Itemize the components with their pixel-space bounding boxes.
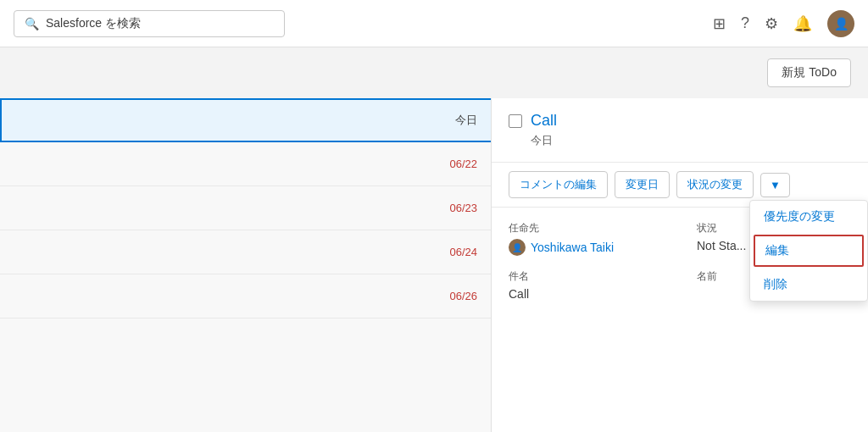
task-date: 今日	[531, 133, 851, 148]
subject-label: 件名	[509, 269, 663, 284]
date-label-0622: 06/22	[0, 142, 491, 186]
dropdown-item-priority[interactable]: 優先度の変更	[750, 201, 867, 233]
date-label-0626: 06/26	[0, 274, 491, 318]
search-icon: 🔍	[25, 17, 39, 30]
assignee-value: 👤 Yoshikawa Taiki	[509, 239, 663, 256]
calendar-row-0626[interactable]: 06/26	[0, 274, 491, 318]
task-header: Call	[509, 112, 851, 130]
help-icon[interactable]: ?	[741, 14, 749, 32]
top-bar: 新規 ToDo	[0, 47, 868, 98]
search-input[interactable]: Salesforce を検索	[46, 16, 141, 31]
dropdown-trigger-button[interactable]: ▼	[760, 173, 790, 197]
new-todo-button[interactable]: 新規 ToDo	[767, 58, 851, 87]
header: 🔍 Salesforce を検索 ⊞ ? ⚙ 🔔 👤	[0, 0, 868, 47]
date-label-0623: 06/23	[0, 186, 491, 230]
calendar-row-today[interactable]: 今日	[0, 98, 491, 142]
search-bar[interactable]: 🔍 Salesforce を検索	[14, 10, 285, 37]
dropdown-item-edit[interactable]: 編集	[754, 235, 864, 267]
calendar-panel: 今日 06/22 06/23 06/24 06/26	[0, 98, 492, 432]
header-right: ⊞ ? ⚙ 🔔 👤	[713, 10, 854, 37]
user-avatar: 👤	[509, 239, 526, 256]
task-checkbox[interactable]	[509, 114, 522, 128]
date-label-0624: 06/24	[0, 230, 491, 274]
calendar-row-0623[interactable]: 06/23	[0, 186, 491, 230]
subject-value: Call	[509, 287, 663, 301]
task-title[interactable]: Call	[531, 112, 557, 130]
settings-icon[interactable]: ⚙	[765, 14, 778, 33]
subject-col: 件名 Call	[509, 269, 663, 301]
change-status-button[interactable]: 状況の変更	[676, 171, 754, 198]
dropdown-menu: 優先度の変更 編集 削除	[749, 200, 868, 302]
change-date-button[interactable]: 変更日	[615, 171, 670, 198]
assignee-label: 任命先	[509, 221, 663, 235]
assignee-col: 任命先 👤 Yoshikawa Taiki	[509, 221, 663, 256]
comment-edit-button[interactable]: コメントの編集	[509, 171, 608, 198]
calendar-row-0624[interactable]: 06/24	[0, 230, 491, 274]
avatar[interactable]: 👤	[827, 10, 854, 37]
action-row: コメントの編集 変更日 状況の変更 ▼ 優先度の変更 編集 削除	[492, 163, 868, 208]
grid-icon[interactable]: ⊞	[713, 14, 726, 33]
calendar-row-0622[interactable]: 06/22	[0, 142, 491, 186]
task-panel: Call 今日 コメントの編集 変更日 状況の変更 ▼ 優先度の変更 編集 削除…	[492, 98, 868, 432]
assignee-name[interactable]: Yoshikawa Taiki	[531, 241, 614, 254]
today-label: 今日	[2, 100, 491, 141]
bell-icon[interactable]: 🔔	[793, 14, 812, 33]
dropdown-item-delete[interactable]: 削除	[750, 269, 867, 301]
task-card: Call 今日	[492, 98, 868, 163]
chevron-down-icon: ▼	[770, 179, 781, 191]
